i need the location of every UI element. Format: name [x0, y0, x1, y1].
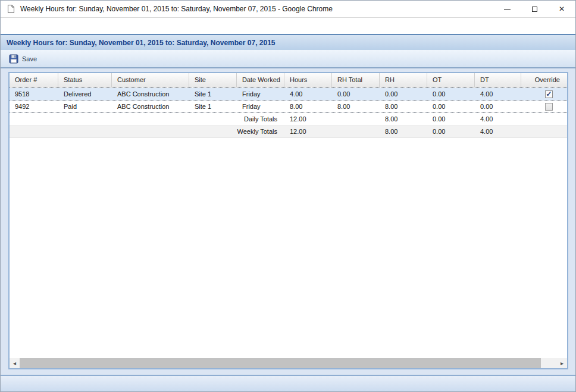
column-header-customer[interactable]: Customer: [112, 73, 189, 87]
cell-site: Site 1: [189, 101, 237, 112]
toolbar: Save: [1, 50, 575, 68]
browser-content-top: [1, 18, 575, 34]
cell-order: 9492: [10, 101, 58, 112]
window-titlebar[interactable]: Weekly Hours for: Sunday, November 01, 2…: [1, 1, 575, 18]
save-icon: [9, 54, 18, 64]
daily-total-hours: 12.00: [284, 113, 332, 125]
daily-total-dt: 4.00: [475, 113, 521, 125]
cell-dt: 0.00: [475, 101, 521, 112]
save-button[interactable]: Save: [6, 53, 40, 65]
weekly-totals-label: Weekly Totals: [237, 126, 284, 137]
override-checkbox[interactable]: [545, 103, 553, 111]
cell-customer: ABC Construction: [112, 88, 189, 100]
cell-rh: 8.00: [380, 101, 427, 112]
weekly-total-hours: 12.00: [284, 126, 332, 137]
cell-date-worked: Friday: [237, 88, 284, 100]
grid-empty-area: [10, 138, 567, 358]
daily-total-rh: 8.00: [380, 113, 427, 125]
column-header-order[interactable]: Order #: [10, 73, 58, 87]
window-title: Weekly Hours for: Sunday, November 01, 2…: [20, 5, 333, 13]
cell-ot: 0.00: [427, 88, 475, 100]
cell-dt: 4.00: [475, 88, 521, 100]
cell-customer: ABC Construction: [112, 101, 189, 112]
column-header-status[interactable]: Status: [58, 73, 112, 87]
cell-order: 9518: [10, 88, 58, 100]
table-row-9518[interactable]: 9518 Delivered ABC Construction Site 1 F…: [10, 88, 567, 101]
minimize-button[interactable]: [493, 1, 521, 17]
cell-override: [521, 101, 567, 112]
window-controls: ✕: [493, 1, 575, 17]
close-button[interactable]: ✕: [548, 1, 575, 17]
minimize-icon: [504, 9, 511, 10]
cell-site: Site 1: [189, 88, 237, 100]
save-label: Save: [22, 55, 37, 62]
cell-ot: 0.00: [427, 101, 475, 112]
weekly-total-rh-total: [332, 126, 380, 137]
weekly-total-ot: 0.00: [427, 126, 475, 137]
cell-status: Paid: [58, 101, 112, 112]
checkmark-icon: ✓: [546, 90, 552, 98]
report-header-bar: Weekly Hours for: Sunday, November 01, 2…: [1, 34, 575, 50]
daily-totals-row: Daily Totals 12.00 8.00 0.00 4.00: [10, 113, 567, 126]
weekly-hours-grid: Order # Status Customer Site Date Worked…: [8, 72, 568, 369]
cell-rh-total: 0.00: [332, 88, 380, 100]
weekly-total-rh: 8.00: [380, 126, 427, 137]
column-header-dt[interactable]: DT: [475, 73, 521, 87]
cell-date-worked: Friday: [237, 101, 284, 112]
column-header-ot[interactable]: OT: [427, 73, 475, 87]
scroll-left-arrow-icon[interactable]: ◂: [10, 358, 20, 368]
close-icon: ✕: [559, 5, 565, 12]
daily-total-rh-total: [332, 113, 380, 125]
cell-override: ✓: [521, 88, 567, 100]
column-header-hours[interactable]: Hours: [284, 73, 332, 87]
weekly-total-dt: 4.00: [475, 126, 521, 137]
override-checkbox[interactable]: ✓: [545, 90, 553, 98]
footer-bar: [1, 376, 575, 391]
scroll-right-arrow-icon[interactable]: ▸: [557, 358, 567, 368]
daily-total-ot: 0.00: [427, 113, 475, 125]
daily-totals-label: Daily Totals: [237, 113, 284, 125]
cell-status: Delivered: [58, 88, 112, 100]
cell-hours: 4.00: [284, 88, 332, 100]
cell-rh-total: 8.00: [332, 101, 380, 112]
report-title: Weekly Hours for: Sunday, November 01, 2…: [7, 39, 276, 47]
horizontal-scrollbar[interactable]: ◂ ▸: [10, 358, 567, 368]
column-header-rh[interactable]: RH: [380, 73, 427, 87]
document-icon: [7, 4, 15, 14]
column-header-date-worked[interactable]: Date Worked: [237, 73, 284, 87]
weekly-totals-row: Weekly Totals 12.00 8.00 0.00 4.00: [10, 126, 567, 138]
column-header-rh-total[interactable]: RH Total: [332, 73, 380, 87]
maximize-button[interactable]: [521, 1, 548, 17]
table-row-9492[interactable]: 9492 Paid ABC Construction Site 1 Friday…: [10, 101, 567, 113]
chrome-popup-window: Weekly Hours for: Sunday, November 01, 2…: [0, 0, 576, 392]
cell-hours: 8.00: [284, 101, 332, 112]
column-header-site[interactable]: Site: [189, 73, 237, 87]
grid-header-row: Order # Status Customer Site Date Worked…: [10, 73, 567, 88]
cell-rh: 0.00: [380, 88, 427, 100]
column-header-override[interactable]: Override: [521, 73, 567, 87]
maximize-icon: [532, 7, 537, 12]
scrollbar-thumb[interactable]: [20, 358, 541, 368]
